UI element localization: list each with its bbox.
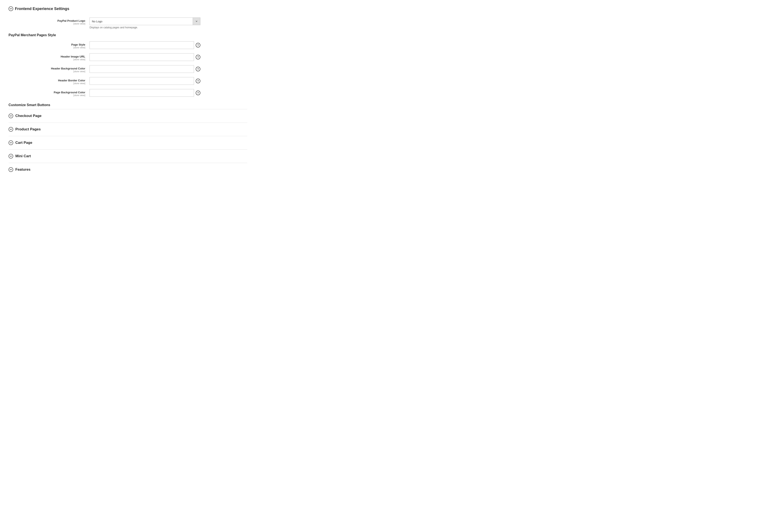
cart-page-title: Cart Page (15, 141, 32, 145)
frontend-experience-section-header: Frontend Experience Settings (9, 6, 247, 11)
section-title: Frontend Experience Settings (15, 7, 69, 11)
merchant-pages-style-title: PayPal Merchant Pages Style (9, 33, 247, 37)
checkout-page-header[interactable]: Checkout Page (9, 114, 247, 118)
product-pages-title: Product Pages (15, 127, 41, 131)
header-image-url-label: Header Image URL [store view] (9, 53, 90, 61)
paypal-product-logo-label: PayPal Product Logo [store view] (9, 18, 90, 25)
header-border-color-input[interactable] (90, 77, 194, 85)
paypal-logo-select-wrapper: No Logo PayPal Credit PayPal (90, 18, 200, 25)
header-bg-color-row: Header Background Color [store view] ? (9, 65, 247, 73)
product-pages-section: Product Pages (9, 122, 247, 136)
cart-page-chevron-icon[interactable] (9, 140, 13, 145)
checkout-page-section: Checkout Page (9, 109, 247, 122)
page-bg-color-label: Page Background Color [store view] (9, 89, 90, 96)
features-chevron-icon[interactable] (9, 167, 13, 172)
header-border-color-row: Header Border Color [store view] ? (9, 77, 247, 85)
page-bg-color-row: Page Background Color [store view] ? (9, 89, 247, 97)
header-border-color-label: Header Border Color [store view] (9, 77, 90, 84)
paypal-product-logo-row: PayPal Product Logo [store view] No Logo… (9, 18, 247, 29)
mini-cart-header[interactable]: Mini Cart (9, 154, 247, 159)
page-style-row: Page Style [store view] ? (9, 41, 247, 49)
header-border-color-help-icon[interactable]: ? (196, 78, 200, 83)
page-bg-color-input[interactable] (90, 89, 194, 97)
page-style-label: Page Style [store view] (9, 41, 90, 49)
paypal-logo-select[interactable]: No Logo PayPal Credit PayPal (90, 18, 200, 25)
mini-cart-chevron-icon[interactable] (9, 154, 13, 159)
checkout-page-chevron-icon[interactable] (9, 114, 13, 118)
page-style-control: ? (90, 41, 200, 49)
customize-smart-buttons-section: Customize Smart Buttons Checkout Page (9, 103, 247, 176)
customize-smart-buttons-title: Customize Smart Buttons (9, 103, 247, 107)
header-image-url-input[interactable] (90, 53, 194, 61)
page-bg-color-help-icon[interactable]: ? (196, 90, 200, 95)
header-image-url-help-icon[interactable]: ? (196, 55, 200, 60)
paypal-logo-hint: Displays on catalog pages and homepage. (90, 26, 200, 29)
paypal-logo-select-container: No Logo PayPal Credit PayPal (90, 18, 200, 25)
mini-cart-section: Mini Cart (9, 149, 247, 163)
cart-page-header[interactable]: Cart Page (9, 140, 247, 145)
header-bg-color-control: ? (90, 65, 200, 73)
page-style-input[interactable] (90, 41, 194, 49)
checkout-page-title: Checkout Page (15, 114, 42, 118)
page-bg-color-control: ? (90, 89, 200, 97)
features-title: Features (15, 168, 31, 172)
header-border-color-control: ? (90, 77, 200, 85)
header-image-url-control: ? (90, 53, 200, 61)
mini-cart-title: Mini Cart (15, 154, 31, 158)
product-pages-chevron-icon[interactable] (9, 127, 13, 132)
features-section: Features (9, 163, 247, 176)
page-container: Frontend Experience Settings PayPal Prod… (0, 0, 256, 183)
cart-page-section: Cart Page (9, 136, 247, 149)
header-bg-color-label: Header Background Color [store view] (9, 65, 90, 73)
header-bg-color-input[interactable] (90, 65, 194, 73)
product-pages-header[interactable]: Product Pages (9, 127, 247, 132)
features-header[interactable]: Features (9, 167, 247, 172)
paypal-product-logo-control: No Logo PayPal Credit PayPal Displays on… (90, 18, 200, 29)
collapse-icon[interactable] (9, 6, 13, 11)
header-bg-color-help-icon[interactable]: ? (196, 67, 200, 71)
header-image-url-row: Header Image URL [store view] ? (9, 53, 247, 61)
page-style-help-icon[interactable]: ? (196, 43, 200, 48)
